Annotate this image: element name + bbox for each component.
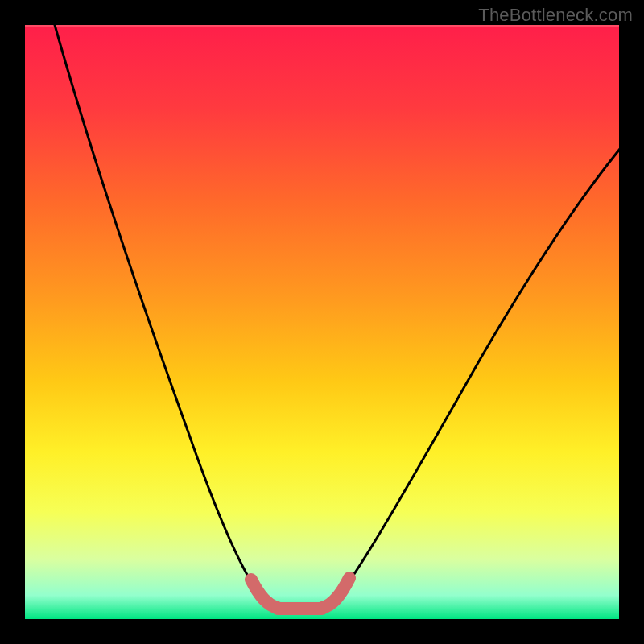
- chart-frame: TheBottleneck.com: [0, 0, 644, 644]
- bottleneck-chart: [0, 0, 644, 644]
- watermark-text: TheBottleneck.com: [478, 5, 633, 26]
- gradient-background: [25, 25, 619, 619]
